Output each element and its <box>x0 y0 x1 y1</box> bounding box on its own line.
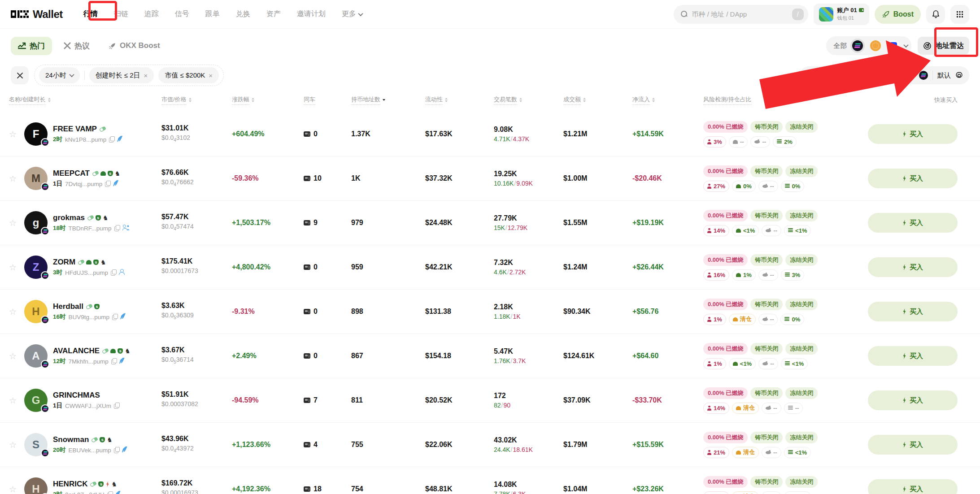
token-address[interactable]: EBUVek...pump <box>69 447 111 454</box>
notifications-button[interactable] <box>926 5 945 24</box>
token-address[interactable]: BUV9tg...pump <box>69 314 110 321</box>
token-address[interactable]: kNv1P8...pump <box>65 136 106 143</box>
favorite-star-icon[interactable] <box>9 484 19 494</box>
quick-buy-button[interactable]: 买入 <box>868 435 958 455</box>
token-avatar[interactable]: M <box>24 167 48 190</box>
column-header[interactable]: 市值/价格 <box>161 95 232 105</box>
favorite-star-icon[interactable] <box>9 395 19 406</box>
chain-filter-all[interactable]: 全部 <box>833 42 847 50</box>
nav-item-6[interactable]: 资产 <box>266 9 281 19</box>
column-header[interactable]: 持币地址数 <box>351 95 425 105</box>
tab-trending[interactable]: 热议 <box>57 37 97 55</box>
nav-item-4[interactable]: 跟单 <box>205 9 220 19</box>
token-address[interactable]: HFdUJS...pump <box>65 269 108 276</box>
feather-link-icon[interactable] <box>119 358 125 364</box>
quick-buy-button[interactable]: 买入 <box>868 124 958 144</box>
nav-item-0[interactable]: 行情 <box>83 9 98 19</box>
quick-buy-button[interactable]: 买入 <box>868 479 958 494</box>
token-name[interactable]: HENRICK <box>53 480 87 489</box>
filter-chip-age[interactable]: 创建时长 ≤ 2日 × <box>89 67 154 83</box>
boost-button[interactable]: Boost <box>875 5 921 24</box>
copy-icon[interactable] <box>107 491 113 494</box>
apps-grid-button[interactable] <box>950 5 969 24</box>
token-avatar[interactable]: g <box>24 211 48 234</box>
quick-buy-button[interactable]: 买入 <box>868 213 958 233</box>
quick-buy-button[interactable]: 买入 <box>868 390 958 410</box>
chain-bnb[interactable] <box>868 39 883 53</box>
favorite-star-icon[interactable] <box>9 307 19 317</box>
token-name[interactable]: ZORM <box>53 258 75 267</box>
gear-icon[interactable] <box>955 72 963 79</box>
favorite-star-icon[interactable] <box>9 129 19 139</box>
quick-buy-button[interactable]: 买入 <box>868 169 958 188</box>
copy-icon[interactable] <box>114 403 119 409</box>
time-range-chip[interactable]: 24小时 <box>39 67 80 83</box>
token-address[interactable]: 7Mkhfn...pump <box>69 358 109 365</box>
nav-item-7[interactable]: 邀请计划 <box>297 9 326 19</box>
token-avatar[interactable]: H <box>24 477 48 494</box>
copy-icon[interactable] <box>112 314 118 320</box>
copy-icon[interactable] <box>111 269 116 276</box>
token-name[interactable]: AVALANCHE <box>53 347 100 355</box>
feather-link-icon[interactable] <box>122 446 127 453</box>
feather-link-icon[interactable] <box>115 491 121 494</box>
global-search[interactable]: / <box>674 5 808 24</box>
remove-chip-icon[interactable]: × <box>144 72 148 79</box>
clear-filters-button[interactable] <box>11 66 29 84</box>
token-name[interactable]: FREE VAMP <box>53 125 97 134</box>
token-avatar[interactable]: A <box>24 344 48 368</box>
token-name[interactable]: MEEPCAT <box>53 169 90 178</box>
search-token-button[interactable] <box>853 66 872 84</box>
chain-solana[interactable] <box>850 39 865 53</box>
quick-buy-button[interactable]: 买入 <box>868 302 958 321</box>
token-name[interactable]: grokmas <box>53 213 85 222</box>
chain-base[interactable] <box>886 39 901 53</box>
filter-settings-button[interactable]: 筛选 4 <box>800 66 849 84</box>
feather-link-icon[interactable] <box>117 136 122 142</box>
token-address[interactable]: 0arL97...0dUU <box>65 491 105 494</box>
tab-hot[interactable]: 热门 <box>11 37 52 55</box>
account-switcher[interactable]: 账户 01 钱包 01 <box>814 4 869 25</box>
feather-link-icon[interactable] <box>120 313 126 320</box>
column-header[interactable]: 名称/创建时长 <box>9 95 161 105</box>
token-avatar[interactable]: S <box>24 433 48 456</box>
token-name[interactable]: Herdball <box>53 302 83 311</box>
copy-icon[interactable] <box>114 225 120 231</box>
nav-item-5[interactable]: 兑换 <box>236 9 250 19</box>
nav-item-8[interactable]: 更多 <box>342 9 362 19</box>
column-header[interactable]: 净流入 <box>632 95 703 105</box>
copy-icon[interactable] <box>114 447 119 453</box>
column-header[interactable]: 流动性 <box>425 95 494 105</box>
token-name[interactable]: Snowman <box>53 435 89 444</box>
token-avatar[interactable]: Z <box>24 256 48 279</box>
column-header[interactable]: 交易笔数 <box>494 95 563 105</box>
token-avatar[interactable]: G <box>24 389 48 412</box>
search-input[interactable] <box>692 10 788 18</box>
copy-icon[interactable] <box>109 136 114 143</box>
tab-okx-boost[interactable]: OKX Boost <box>101 37 167 54</box>
chevron-down-icon[interactable] <box>903 43 908 48</box>
column-header[interactable]: 成交额 <box>563 95 632 105</box>
nav-item-3[interactable]: 信号 <box>175 9 189 19</box>
token-avatar[interactable]: H <box>24 300 48 323</box>
favorite-star-icon[interactable] <box>9 218 19 228</box>
okx-wallet-logo[interactable]: Wallet <box>11 8 63 21</box>
feather-link-icon[interactable] <box>113 180 118 186</box>
favorite-star-icon[interactable] <box>9 440 19 450</box>
address-radar-button[interactable]: 地址雷达 <box>918 37 969 55</box>
favorite-star-icon[interactable] <box>9 262 19 273</box>
copy-icon[interactable] <box>105 181 110 187</box>
person-link-icon[interactable] <box>119 269 124 275</box>
favorite-star-icon[interactable] <box>9 351 19 361</box>
nav-item-1[interactable]: 扫链 <box>114 9 128 19</box>
token-name[interactable]: GRINCHMAS <box>53 391 100 400</box>
quick-buy-settings[interactable]: 买入 数量 默认 <box>877 66 969 84</box>
token-avatar[interactable]: F <box>24 122 48 146</box>
filter-chip-mcap[interactable]: 市值 ≤ $200K × <box>158 67 219 83</box>
token-address[interactable]: 7Dvtqj...pump <box>65 181 102 187</box>
quick-buy-button[interactable]: 买入 <box>868 257 958 277</box>
quick-buy-button[interactable]: 买入 <box>868 346 958 366</box>
column-header[interactable]: 涨跌幅 <box>232 95 304 105</box>
copy-icon[interactable] <box>111 358 117 364</box>
favorite-star-icon[interactable] <box>9 173 19 184</box>
